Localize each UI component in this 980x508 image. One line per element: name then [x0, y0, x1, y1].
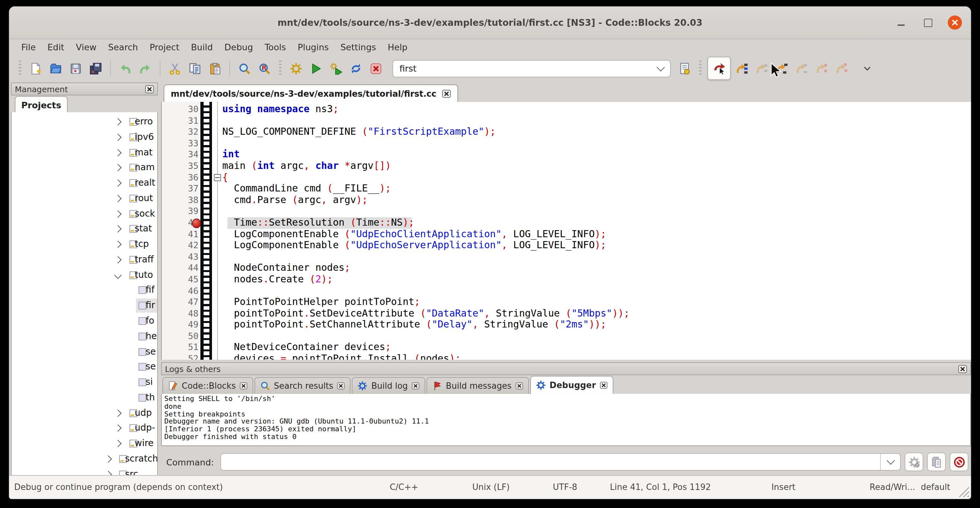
undo-button[interactable] — [117, 60, 134, 77]
management-close-icon[interactable] — [145, 85, 154, 93]
code-editor[interactable]: 30using namespace ns3;3132NS_LOG_COMPONE… — [161, 102, 971, 360]
chevron-right-icon[interactable] — [115, 180, 122, 187]
tree-item-erro[interactable]: erro — [11, 114, 157, 130]
chevron-right-icon[interactable] — [115, 256, 122, 264]
chevron-right-icon[interactable] — [105, 455, 112, 463]
menu-help[interactable]: Help — [382, 40, 413, 54]
tab-build-messages[interactable]: Build messages — [426, 377, 529, 394]
toolbar-overflow-button[interactable] — [861, 63, 874, 73]
line-number[interactable]: 48 — [162, 308, 199, 319]
find-button[interactable] — [236, 60, 253, 77]
tree-item-scratch[interactable]: scratch — [11, 451, 157, 467]
tab-close-icon[interactable] — [240, 382, 247, 390]
save-button[interactable] — [67, 60, 84, 77]
menu-debug[interactable]: Debug — [219, 40, 259, 54]
tree-item-udp-[interactable]: udp- — [11, 420, 157, 436]
line-number[interactable]: 51 — [162, 342, 199, 353]
tab-close-icon[interactable] — [337, 382, 345, 390]
chevron-right-icon[interactable] — [115, 118, 122, 126]
tree-item-fo[interactable]: fo — [11, 313, 157, 329]
line-number[interactable]: 44 — [162, 263, 199, 274]
chevron-right-icon[interactable] — [115, 149, 122, 156]
tree-item-traff[interactable]: traff — [11, 252, 157, 268]
copy-log-button[interactable] — [927, 452, 946, 471]
line-number[interactable]: 33 — [162, 138, 199, 149]
menu-edit[interactable]: Edit — [41, 40, 70, 54]
tree-item-fif[interactable]: fif — [11, 283, 157, 298]
chevron-right-icon[interactable] — [115, 164, 122, 172]
tab-debugger[interactable]: Debugger — [530, 376, 613, 395]
resize-grip[interactable] — [956, 484, 969, 497]
chevron-right-icon[interactable] — [115, 225, 122, 233]
logs-close-icon[interactable] — [958, 365, 967, 373]
tree-item-sock[interactable]: sock — [11, 206, 157, 221]
copy-button[interactable] — [186, 60, 204, 77]
line-number[interactable]: 36 — [162, 172, 199, 183]
menu-build[interactable]: Build — [185, 40, 219, 54]
line-number[interactable]: 34 — [162, 149, 199, 161]
tab-projects[interactable]: Projects — [15, 96, 68, 113]
tree-item-he[interactable]: he — [11, 329, 157, 344]
chevron-right-icon[interactable] — [115, 241, 122, 248]
run-to-cursor-button[interactable] — [733, 60, 751, 77]
line-number[interactable]: 49 — [162, 319, 199, 331]
tree-item-udp[interactable]: udp — [11, 405, 157, 420]
title-bar[interactable]: mnt/dev/tools/source/ns-3-dev/examples/t… — [9, 6, 971, 39]
line-number[interactable]: 43 — [162, 251, 199, 263]
line-number[interactable]: 35 — [162, 161, 199, 172]
redo-button[interactable] — [137, 60, 154, 77]
menu-search[interactable]: Search — [102, 40, 144, 54]
next-line-button[interactable] — [753, 60, 771, 77]
tree-item-se[interactable]: se — [11, 344, 157, 359]
menu-file[interactable]: File — [16, 40, 41, 54]
editor-tab-first-cc[interactable]: mnt/dev/tools/source/ns-3-dev/examples/t… — [164, 84, 458, 102]
build-and-run-button[interactable] — [327, 60, 345, 77]
line-number[interactable]: 38 — [162, 195, 199, 206]
line-number[interactable]: 46 — [162, 285, 199, 296]
tree-item-wire[interactable]: wire — [11, 436, 157, 451]
paste-button[interactable] — [206, 60, 224, 77]
command-input[interactable] — [220, 453, 901, 471]
line-number[interactable]: 39 — [162, 206, 199, 217]
build-target-combobox[interactable]: first — [392, 60, 671, 77]
line-number[interactable]: 42 — [162, 240, 199, 251]
debug-continue-button[interactable] — [708, 57, 731, 80]
debug-settings-button[interactable] — [905, 452, 923, 471]
debugger-log[interactable]: Setting SHELL to '/bin/sh'doneSetting br… — [161, 394, 971, 446]
line-number[interactable]: 31 — [162, 115, 199, 126]
step-into-instruction-button[interactable] — [833, 60, 851, 77]
tab-close-icon[interactable] — [412, 382, 420, 390]
tab-code-blocks[interactable]: Code::Blocks — [162, 377, 253, 394]
command-dropdown[interactable] — [880, 454, 900, 470]
line-number[interactable]: 37 — [162, 183, 199, 194]
abort-button[interactable] — [367, 60, 385, 77]
chevron-down-icon[interactable] — [115, 271, 122, 279]
close-button[interactable] — [948, 16, 962, 30]
tree-item-stat[interactable]: stat — [11, 221, 157, 237]
line-number[interactable]: 41 — [162, 229, 199, 240]
run-button[interactable] — [307, 60, 325, 77]
tree-item-rout[interactable]: rout — [11, 191, 157, 206]
cut-button[interactable] — [166, 60, 184, 77]
build-button[interactable] — [287, 60, 305, 77]
project-tree[interactable]: erroipv6matnamrealtroutsockstattcptrafft… — [11, 112, 158, 478]
line-number[interactable]: 50 — [162, 331, 199, 342]
menu-project[interactable]: Project — [144, 40, 185, 54]
tree-item-se[interactable]: se — [11, 359, 157, 375]
tab-close-icon[interactable] — [600, 381, 608, 389]
tree-item-tcp[interactable]: tcp — [11, 237, 157, 252]
tree-item-th[interactable]: th — [11, 390, 157, 406]
save-all-button[interactable] — [87, 60, 104, 77]
tab-search-results[interactable]: Search results — [255, 377, 351, 394]
maximize-button[interactable] — [921, 16, 935, 30]
menu-settings[interactable]: Settings — [335, 40, 382, 54]
editor-tab-close-icon[interactable] — [442, 89, 451, 98]
chevron-right-icon[interactable] — [115, 195, 122, 202]
tab-build-log[interactable]: Build log — [352, 377, 425, 394]
line-number[interactable]: 32 — [162, 126, 199, 138]
line-number[interactable]: 45 — [162, 274, 199, 285]
rebuild-button[interactable] — [347, 60, 365, 77]
tab-close-icon[interactable] — [515, 382, 523, 390]
tree-item-fir[interactable]: fir — [11, 298, 157, 313]
compiler-properties-button[interactable] — [676, 60, 693, 77]
